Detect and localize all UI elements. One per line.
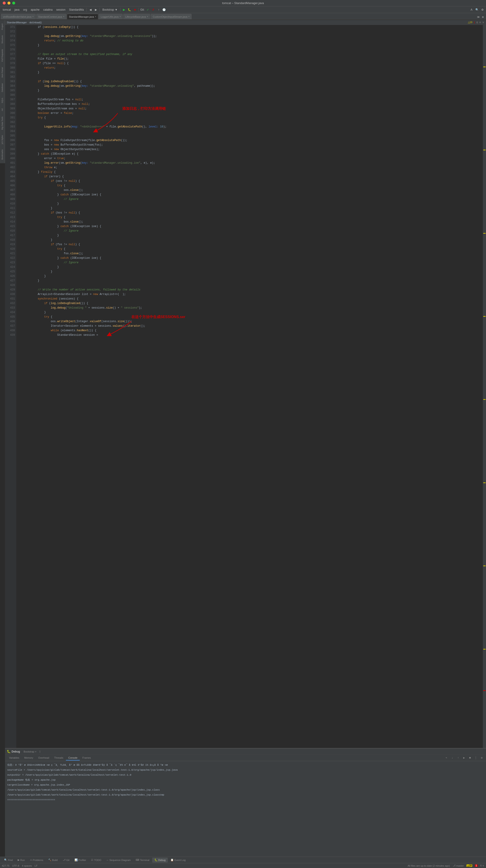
tab-standardmanager[interactable]: StandardManager.java ×: [67, 14, 98, 19]
code-line-385[interactable]: }: [18, 88, 481, 93]
code-line-424[interactable]: }: [18, 265, 481, 270]
code-line-416[interactable]: // Ignore: [18, 229, 481, 233]
toolbar-apache[interactable]: apache: [29, 8, 41, 12]
close-icon[interactable]: ×: [95, 16, 96, 18]
code-line-432[interactable]: if (log.isDebugEnabled()) {: [18, 301, 481, 306]
tool-debug[interactable]: 🐛 Debug: [152, 858, 168, 863]
status-position[interactable]: 427:75: [2, 864, 9, 867]
code-line-439[interactable]: StandardSession session =: [18, 333, 481, 337]
toolbar-git-x[interactable]: ✗: [151, 7, 156, 12]
debug-tool-more[interactable]: ⋮: [473, 755, 478, 761]
expand-icon[interactable]: ∧: [479, 21, 481, 24]
toolbar-translate[interactable]: A: [469, 7, 474, 12]
code-line-375[interactable]: }: [18, 43, 481, 48]
tool-todo[interactable]: ☑ TODO: [89, 858, 103, 863]
code-line-377[interactable]: // Open an output stream to the specifie…: [18, 52, 481, 57]
code-line-387[interactable]: FileOutputStream fos = null;: [18, 97, 481, 102]
code-line-397[interactable]: bos = new BufferedOutputStream(fos);: [18, 143, 481, 147]
code-line-419[interactable]: if (fos != null) {: [18, 242, 481, 247]
panel-json-parser[interactable]: Json Parser: [0, 64, 5, 81]
code-line-378[interactable]: File file = file();: [18, 57, 481, 61]
debug-console-content[interactable]: 信息: è ²å° æ ä¼ä»¤JARéä«æ »æ ç ¯ä¸ TLDä¸ …: [5, 761, 486, 857]
code-line-395[interactable]: [18, 133, 481, 138]
toolbar-standardma[interactable]: StandardMa: [68, 8, 85, 12]
code-line-404[interactable]: if (error) {: [18, 174, 481, 179]
code-line-401[interactable]: log.error(sm.getString(key: "standardMan…: [18, 161, 481, 165]
toolbar-nav-fwd[interactable]: ▶: [94, 7, 98, 12]
code-line-421[interactable]: fos.close();: [18, 251, 481, 256]
code-line-411[interactable]: }: [18, 206, 481, 211]
tab-loggerutils[interactable]: LoggerUtils.java ×: [99, 14, 123, 19]
code-content[interactable]: if (sessions.isEmpty()) {log.debug(sm.ge…: [16, 25, 483, 857]
code-line-430[interactable]: ArrayList<StandardSession> list = new Ar…: [18, 292, 481, 297]
code-line-405[interactable]: if (oos != null) {: [18, 179, 481, 183]
status-memory[interactable]: All files are up-to-date (2 minutes ago): [408, 864, 450, 867]
debug-tool-step-into[interactable]: ↓: [450, 755, 455, 761]
debug-tool-resume[interactable]: ▶: [461, 755, 466, 761]
tool-problems[interactable]: ⚠ Problems: [28, 858, 45, 863]
debug-tab-overhead[interactable]: Overhead: [36, 755, 52, 761]
toolbar-stop[interactable]: ■: [133, 7, 137, 12]
code-line-384[interactable]: log.debug(sm.getString(key: "standardMan…: [18, 84, 481, 88]
toolbar-run[interactable]: ▶: [122, 7, 126, 12]
close-icon[interactable]: ×: [32, 16, 34, 18]
code-line-381[interactable]: }: [18, 70, 481, 75]
code-line-412[interactable]: if (bos != null) {: [18, 211, 481, 215]
debug-tab-threads[interactable]: Threads: [52, 755, 65, 761]
code-line-429[interactable]: // Write the number of active sessions, …: [18, 287, 481, 292]
status-lf[interactable]: LF: [35, 864, 38, 867]
code-line-414[interactable]: bos.close();: [18, 220, 481, 224]
code-line-435[interactable]: try {: [18, 315, 481, 319]
tool-find[interactable]: 🔍 Find: [2, 858, 15, 863]
code-line-438[interactable]: while (elements.hasNext()) {: [18, 328, 481, 333]
code-line-409[interactable]: // Ignore: [18, 197, 481, 202]
code-line-418[interactable]: }: [18, 238, 481, 242]
tool-sequence-diagram[interactable]: ↔ Sequence Diagram: [104, 858, 133, 863]
toolbar-bootstrap[interactable]: Bootstrap ▼: [101, 8, 119, 12]
code-line-406[interactable]: try {: [18, 183, 481, 188]
panel-database[interactable]: Database: [0, 81, 5, 95]
code-line-420[interactable]: try {: [18, 247, 481, 251]
toolbar-java[interactable]: java: [13, 8, 21, 12]
panel-bookmarks[interactable]: Bookmarks: [0, 147, 5, 162]
close-icon[interactable]: ×: [188, 16, 189, 18]
code-line-371[interactable]: if (sessions.isEmpty()) {: [18, 25, 481, 29]
traffic-lights[interactable]: [3, 2, 15, 4]
code-line-407[interactable]: oos.close();: [18, 188, 481, 192]
code-line-382[interactable]: [18, 75, 481, 79]
code-line-436[interactable]: oos.writeObject(Integer.valueOf(sessions…: [18, 319, 481, 324]
debug-settings[interactable]: ⚙: [479, 755, 484, 761]
panel-project[interactable]: Project: [0, 21, 5, 33]
code-line-423[interactable]: // Ignore: [18, 260, 481, 265]
toolbar-settings[interactable]: ⚙: [480, 7, 485, 12]
code-line-408[interactable]: } catch (IOException ioe) {: [18, 192, 481, 197]
code-line-388[interactable]: BufferedOutputStream bos = null;: [18, 102, 481, 106]
toolbar-git[interactable]: Git:: [140, 7, 145, 12]
panel-structure[interactable]: Structure: [0, 33, 5, 46]
code-line-415[interactable]: } catch (IOException ioe) {: [18, 224, 481, 229]
toolbar-catalina[interactable]: catalina: [42, 8, 54, 12]
tab-customobjectinputstream[interactable]: CustomObjectInputStream.java ×: [151, 14, 191, 19]
code-line-428[interactable]: [18, 283, 481, 287]
debug-tool-step-over[interactable]: ↷: [444, 755, 449, 761]
code-line-380[interactable]: return;: [18, 66, 481, 70]
toolbar-org[interactable]: org: [22, 8, 28, 12]
debug-tool-stop[interactable]: ■: [467, 755, 473, 761]
status-warnings[interactable]: △19: [466, 864, 472, 867]
panel-jcs-styles[interactable]: jcS Styles: [0, 132, 5, 147]
code-line-410[interactable]: }: [18, 202, 481, 206]
code-line-431[interactable]: synchronized (sessions) {: [18, 297, 481, 301]
tool-build[interactable]: 🔨 Build: [46, 858, 60, 863]
close-icon[interactable]: ×: [147, 16, 148, 18]
toolbar-git-clock[interactable]: 🕐: [162, 7, 166, 12]
code-line-402[interactable]: throw e;: [18, 165, 481, 170]
status-hints[interactable]: 6 ∨: [480, 864, 484, 867]
debug-tab-variables[interactable]: Variables: [7, 755, 22, 761]
code-line-434[interactable]: }: [18, 310, 481, 315]
tool-run[interactable]: ▶ Run: [16, 858, 27, 863]
minimize-button[interactable]: [7, 2, 10, 4]
toolbar-search[interactable]: 🔍: [475, 7, 479, 12]
toolbar-tomcat[interactable]: tomcat: [1, 8, 12, 12]
panel-squl[interactable]: SQUL: [0, 95, 5, 106]
tool-event-log[interactable]: 📋 Event Log: [168, 858, 188, 863]
